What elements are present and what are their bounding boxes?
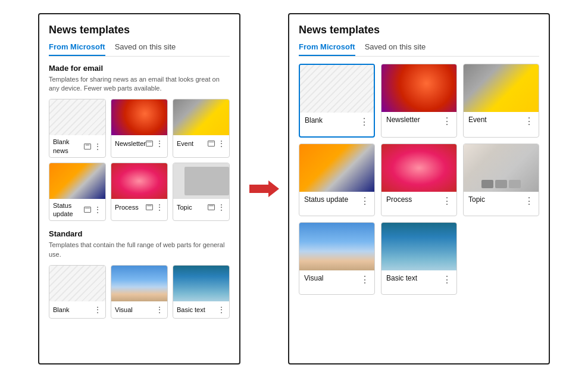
left-template-visual[interactable]: Visual ⋮ xyxy=(111,265,168,319)
left-section-standard-title: Standard xyxy=(49,229,230,238)
right-template-status-update[interactable]: Status update ⋮ xyxy=(299,144,375,216)
right-dots-visual[interactable]: ⋮ xyxy=(360,274,370,285)
left-section-standard-desc: Templates that contain the full range of… xyxy=(49,241,230,259)
right-dots-basictext[interactable]: ⋮ xyxy=(442,274,452,285)
left-panel-title: News templates xyxy=(49,24,230,36)
email-icon-6 xyxy=(208,204,215,210)
left-label-process: Process xyxy=(115,203,139,211)
right-template-event[interactable]: Event ⋮ xyxy=(463,64,539,138)
email-icon xyxy=(84,144,91,149)
left-template-topic[interactable]: Topic ⋮ xyxy=(173,163,230,222)
dots-icon-process[interactable]: ⋮ xyxy=(155,203,164,211)
left-label-newsletter: Newsletter xyxy=(115,139,146,148)
left-template-basictext[interactable]: Basic text ⋮ xyxy=(173,265,230,319)
left-template-status-update[interactable]: Status update ⋮ xyxy=(49,163,106,222)
right-thumb-process xyxy=(381,144,456,192)
right-templates-grid: Blank ⋮ Newsletter ⋮ Event ⋮ xyxy=(299,64,539,295)
right-dots-process[interactable]: ⋮ xyxy=(442,195,452,207)
left-thumb-basictext xyxy=(173,266,229,301)
left-thumb-event xyxy=(173,99,229,135)
left-tab-from-microsoft[interactable]: From Microsoft xyxy=(49,42,105,56)
email-icon-2 xyxy=(146,141,153,147)
right-panel: News templates From Microsoft Saved on t… xyxy=(288,13,550,364)
right-thumb-topic xyxy=(464,144,539,192)
right-tabs: From Microsoft Saved on this site xyxy=(299,42,539,57)
left-thumb-visual xyxy=(111,266,167,301)
dots-icon-blank-news[interactable]: ⋮ xyxy=(93,142,102,151)
left-label-blank: Blank xyxy=(53,306,70,314)
right-thumb-status xyxy=(299,144,374,192)
left-template-blank[interactable]: Blank ⋮ xyxy=(49,265,106,319)
dots-icon-blank[interactable]: ⋮ xyxy=(93,306,102,314)
right-arrow-icon xyxy=(249,180,279,198)
main-container: News templates From Microsoft Saved on t… xyxy=(0,0,588,377)
right-label-visual: Visual xyxy=(304,274,323,283)
dots-icon-status[interactable]: ⋮ xyxy=(93,205,102,214)
right-dots-event[interactable]: ⋮ xyxy=(524,116,534,127)
right-label-blank: Blank xyxy=(305,116,323,126)
left-thumb-blank-news xyxy=(49,99,105,135)
left-template-event[interactable]: Event ⋮ xyxy=(173,99,230,158)
right-label-event: Event xyxy=(468,116,487,125)
right-dots-blank[interactable]: ⋮ xyxy=(359,116,369,127)
svg-marker-0 xyxy=(249,180,279,197)
left-thumb-newsletter xyxy=(111,99,167,135)
right-tab-from-microsoft[interactable]: From Microsoft xyxy=(299,42,355,56)
left-label-topic: Topic xyxy=(177,203,192,211)
email-icon-3 xyxy=(208,141,215,147)
dots-icon-newsletter[interactable]: ⋮ xyxy=(155,139,164,148)
left-label-visual: Visual xyxy=(115,306,133,314)
dots-icon-basictext[interactable]: ⋮ xyxy=(217,306,226,314)
left-email-templates-grid: Blank news ⋮ Newsletter ⋮ xyxy=(49,99,230,221)
right-template-basictext[interactable]: Basic text ⋮ xyxy=(381,222,457,295)
right-template-newsletter[interactable]: Newsletter ⋮ xyxy=(381,64,457,138)
left-template-process[interactable]: Process ⋮ xyxy=(111,163,168,222)
left-template-newsletter[interactable]: Newsletter ⋮ xyxy=(111,99,168,158)
right-template-process[interactable]: Process ⋮ xyxy=(381,144,457,216)
left-tabs: From Microsoft Saved on this site xyxy=(49,42,230,57)
left-thumb-blank xyxy=(49,266,105,301)
left-panel: News templates From Microsoft Saved on t… xyxy=(38,13,240,364)
left-thumb-status xyxy=(49,163,105,199)
left-section-email: Made for email Templates for sharing new… xyxy=(49,64,230,222)
left-tab-saved[interactable]: Saved on this site xyxy=(115,42,176,56)
left-thumb-process xyxy=(111,163,167,199)
right-dots-topic[interactable]: ⋮ xyxy=(524,195,534,207)
right-template-blank[interactable]: Blank ⋮ xyxy=(299,64,375,138)
email-icon-5 xyxy=(146,204,153,210)
left-section-email-title: Made for email xyxy=(49,64,230,73)
right-dots-status[interactable]: ⋮ xyxy=(360,195,370,207)
right-panel-title: News templates xyxy=(299,24,539,36)
right-thumb-event xyxy=(464,64,539,112)
right-template-topic[interactable]: Topic ⋮ xyxy=(463,144,539,216)
dots-icon-topic[interactable]: ⋮ xyxy=(217,203,226,211)
right-label-newsletter: Newsletter xyxy=(386,116,420,125)
left-template-blank-news[interactable]: Blank news ⋮ xyxy=(49,99,106,158)
dots-icon-visual[interactable]: ⋮ xyxy=(155,306,164,314)
right-thumb-newsletter xyxy=(381,64,456,112)
left-label-status: Status update xyxy=(53,201,84,219)
right-tab-saved[interactable]: Saved on this site xyxy=(365,42,426,56)
left-standard-templates-grid: Blank ⋮ Visual ⋮ Basic text xyxy=(49,265,230,319)
right-template-visual[interactable]: Visual ⋮ xyxy=(299,222,375,295)
left-section-standard: Standard Templates that contain the full… xyxy=(49,229,230,319)
right-label-process: Process xyxy=(386,195,412,205)
arrow-container xyxy=(246,180,282,198)
left-label-event: Event xyxy=(177,139,193,148)
right-thumb-basictext xyxy=(381,223,456,270)
left-label-blank-news: Blank news xyxy=(53,138,84,155)
right-thumb-blank xyxy=(300,65,374,113)
dots-icon-event[interactable]: ⋮ xyxy=(217,139,226,148)
right-label-status: Status update xyxy=(304,195,348,205)
right-label-topic: Topic xyxy=(468,195,485,205)
right-thumb-visual xyxy=(299,223,374,270)
right-dots-newsletter[interactable]: ⋮ xyxy=(442,116,452,127)
left-thumb-topic xyxy=(173,163,229,199)
left-label-basictext: Basic text xyxy=(177,306,205,314)
right-label-basictext: Basic text xyxy=(386,274,417,283)
email-icon-4 xyxy=(84,207,91,213)
left-section-email-desc: Templates for sharing news as an email t… xyxy=(49,75,230,94)
